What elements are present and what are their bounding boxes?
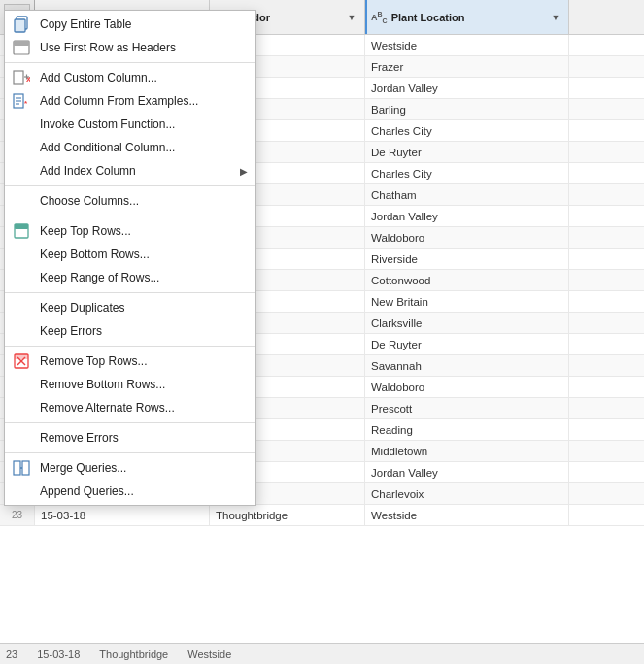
menu-item-remove-top-rows[interactable]: Remove Top Rows... xyxy=(5,349,255,373)
footer-date: 15-03-18 xyxy=(37,648,80,660)
menu-separator xyxy=(5,216,255,216)
examples-icon: * xyxy=(11,90,32,112)
menu-item-keep-errors[interactable]: Keep Errors xyxy=(5,319,255,343)
plant-cell: Riverside xyxy=(365,249,569,269)
menu-label-append-queries: Append Queries... xyxy=(40,484,134,498)
menu-label-keep-range-rows: Keep Range of Rows... xyxy=(40,271,159,284)
plant-cell: Charles City xyxy=(365,120,569,141)
menu-label-add-col-examples: Add Column From Examples... xyxy=(40,94,198,108)
plant-filter-button[interactable]: ▼ xyxy=(547,9,564,26)
plant-cell: Prescott xyxy=(365,398,569,418)
row-number: 23 xyxy=(0,505,35,525)
menu-label-keep-duplicates: Keep Duplicates xyxy=(40,301,124,315)
svg-rect-11 xyxy=(14,41,29,46)
menu-item-keep-duplicates[interactable]: Keep Duplicates xyxy=(5,296,255,319)
plant-cell: Cottonwood xyxy=(365,270,569,290)
menu-label-choose-cols: Choose Columns... xyxy=(40,194,139,208)
plant-column-header: ABC Plant Location ▼ xyxy=(365,0,569,34)
menu-item-remove-bottom-rows[interactable]: Remove Bottom Rows... xyxy=(5,373,255,396)
plant-cell: Jordan Valley xyxy=(365,206,569,226)
menu-label-add-index-col: Add Index Column xyxy=(40,164,136,178)
plant-type-icon: ABC xyxy=(371,11,388,24)
header-icon xyxy=(11,37,32,58)
plant-cell: Chatham xyxy=(365,184,569,205)
menu-label-merge-queries: Merge Queries... xyxy=(40,461,126,475)
vendor-filter-button[interactable]: ▼ xyxy=(343,9,360,26)
plant-cell: Clarksville xyxy=(365,313,569,333)
menu-separator xyxy=(5,422,255,423)
menu-separator xyxy=(5,62,255,63)
plant-cell: Barling xyxy=(365,99,569,119)
menu-label-remove-alternate-rows: Remove Alternate Rows... xyxy=(40,401,175,415)
svg-rect-22 xyxy=(15,224,28,229)
svg-rect-12 xyxy=(14,71,23,84)
plant-cell: Charlevoix xyxy=(365,483,569,504)
menu-item-keep-bottom-rows[interactable]: Keep Bottom Rows... xyxy=(5,243,255,266)
plant-cell: New Britain xyxy=(365,291,569,312)
menu-item-keep-range-rows[interactable]: Keep Range of Rows... xyxy=(5,266,255,289)
menu-separator xyxy=(5,185,255,186)
menu-label-keep-top-rows: Keep Top Rows... xyxy=(40,224,131,238)
svg-rect-28 xyxy=(22,461,29,475)
vendor-cell: Thoughtbridge xyxy=(210,505,365,525)
plant-cell: De Ruyter xyxy=(365,142,569,162)
plant-cell: Frazer xyxy=(365,56,569,77)
merge-icon xyxy=(11,457,32,479)
submenu-arrow-icon: ▶ xyxy=(240,166,248,177)
plant-cell: De Ruyter xyxy=(365,334,569,354)
plant-cell: Charles City xyxy=(365,163,569,183)
menu-item-append-queries[interactable]: Append Queries... xyxy=(5,480,255,503)
keep-icon xyxy=(11,220,32,242)
menu-item-add-conditional-col[interactable]: Add Conditional Column... xyxy=(5,136,255,159)
plant-cell: Waldoboro xyxy=(365,377,569,397)
menu-item-add-index-col[interactable]: Add Index Column▶ xyxy=(5,159,255,183)
plant-cell: Jordan Valley xyxy=(365,462,569,482)
plant-cell: Waldoboro xyxy=(365,227,569,248)
plant-cell: Savannah xyxy=(365,355,569,376)
plant-cell: Westside xyxy=(365,35,569,55)
table-row: 2315-03-18ThoughtbridgeWestside xyxy=(0,505,644,526)
table-footer: 23 15-03-18 Thoughtbridge Westside xyxy=(0,643,644,664)
menu-item-add-col-examples[interactable]: * Add Column From Examples... xyxy=(5,89,255,113)
menu-label-add-custom-col: Add Custom Column... xyxy=(40,71,157,84)
footer-plant: Westside xyxy=(187,648,231,660)
menu-item-use-first-row[interactable]: Use First Row as Headers xyxy=(5,36,255,59)
plant-col-label: Plant Location xyxy=(391,12,545,23)
menu-item-add-custom-col[interactable]: x Add Custom Column... xyxy=(5,66,255,89)
copy-icon xyxy=(11,14,32,35)
date-cell: 15-03-18 xyxy=(35,505,210,525)
menu-label-invoke-custom-fn: Invoke Custom Function... xyxy=(40,117,175,131)
svg-rect-27 xyxy=(14,461,20,475)
svg-rect-24 xyxy=(15,354,28,359)
plant-cell: Reading xyxy=(365,419,569,440)
svg-rect-9 xyxy=(15,19,25,32)
menu-item-merge-queries[interactable]: Merge Queries... xyxy=(5,456,255,480)
svg-text:*: * xyxy=(24,99,28,108)
menu-label-add-conditional-col: Add Conditional Column... xyxy=(40,141,175,154)
menu-separator xyxy=(5,346,255,347)
menu-label-remove-bottom-rows: Remove Bottom Rows... xyxy=(40,378,165,391)
plant-cell: Westside xyxy=(365,505,569,525)
menu-item-remove-errors[interactable]: Remove Errors xyxy=(5,426,255,449)
menu-item-choose-cols[interactable]: Choose Columns... xyxy=(5,189,255,213)
menu-label-keep-bottom-rows: Keep Bottom Rows... xyxy=(40,248,150,261)
remove-icon xyxy=(11,350,32,372)
footer-vendor: Thoughtbridge xyxy=(99,648,168,660)
menu-item-remove-alternate-rows[interactable]: Remove Alternate Rows... xyxy=(5,396,255,419)
plant-cell: Jordan Valley xyxy=(365,78,569,98)
context-menu: Copy Entire Table Use First Row as Heade… xyxy=(4,10,256,506)
menu-label-use-first-row: Use First Row as Headers xyxy=(40,41,176,54)
menu-separator xyxy=(5,292,255,293)
menu-label-copy-table: Copy Entire Table xyxy=(40,17,132,31)
menu-separator xyxy=(5,452,255,453)
menu-label-remove-errors: Remove Errors xyxy=(40,431,119,445)
menu-item-copy-table[interactable]: Copy Entire Table xyxy=(5,13,255,36)
custom-col-icon: x xyxy=(11,67,32,88)
plant-cell: Middletown xyxy=(365,441,569,461)
footer-row-count: 23 xyxy=(6,648,17,660)
menu-item-invoke-custom-fn[interactable]: Invoke Custom Function... xyxy=(5,113,255,136)
menu-item-keep-top-rows[interactable]: Keep Top Rows... xyxy=(5,219,255,243)
menu-label-keep-errors: Keep Errors xyxy=(40,324,102,338)
menu-label-remove-top-rows: Remove Top Rows... xyxy=(40,354,148,368)
